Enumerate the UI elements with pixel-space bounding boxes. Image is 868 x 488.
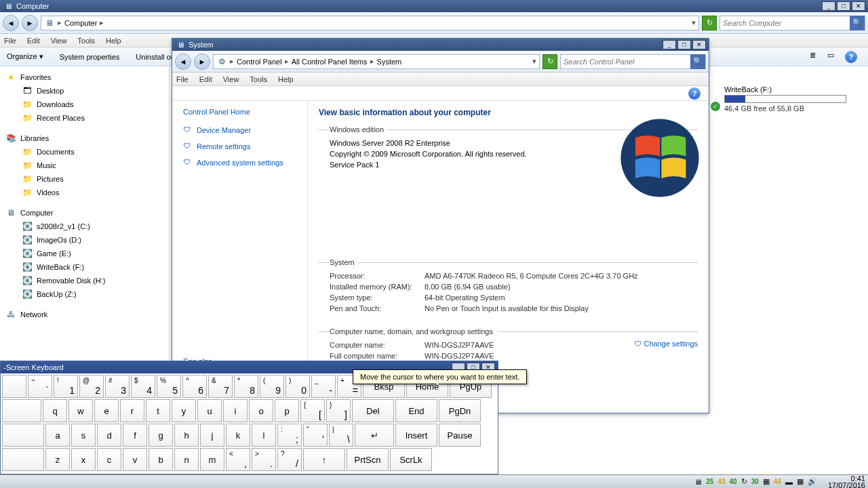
bc-all-items[interactable]: All Control Panel Items: [292, 58, 368, 66]
menu-tools[interactable]: Tools: [77, 37, 95, 45]
key-t[interactable]: t: [146, 399, 170, 422]
computer-head[interactable]: 🖥Computer: [0, 206, 169, 220]
key-9[interactable]: (9: [260, 375, 284, 398]
tray-icon[interactable]: ▦: [797, 477, 804, 486]
menu-edit[interactable]: Edit: [199, 75, 212, 83]
key-punct[interactable]: :;: [277, 424, 302, 447]
key-enter[interactable]: ↵: [355, 424, 394, 447]
sidebar-item-drive-h[interactable]: 💽Removable Disk (H:): [0, 274, 169, 287]
sidebar-item-drive-z[interactable]: 💽BackUp (Z:): [0, 287, 169, 301]
search-icon[interactable]: 🔍: [850, 16, 865, 30]
address-item[interactable]: Computer: [64, 19, 97, 27]
maximize-button[interactable]: □: [677, 40, 691, 49]
key-prtscn[interactable]: PrtScn: [347, 448, 389, 471]
sidebar-item-drive-c[interactable]: 💽s2008r2_v1 (C:): [0, 220, 169, 233]
sidebar-item-drive-f[interactable]: 💽WriteBack (F:): [0, 260, 169, 274]
tray-icon[interactable]: 🔊: [808, 477, 817, 486]
key-punct[interactable]: ?/: [277, 448, 302, 471]
organize-button[interactable]: Organize ▾: [7, 52, 43, 61]
back-button[interactable]: ◄: [175, 54, 191, 70]
sidebar-item-desktop[interactable]: 🗔Desktop: [0, 84, 169, 98]
sidebar-item-videos[interactable]: 📁Videos: [0, 186, 169, 199]
control-panel-home[interactable]: Control Panel Home: [183, 108, 307, 116]
key-scrlk[interactable]: ScrLk: [390, 448, 432, 471]
key-n[interactable]: n: [174, 448, 199, 471]
menu-file[interactable]: File: [176, 75, 189, 83]
sidebar-item-music[interactable]: 📁Music: [0, 159, 169, 172]
key-punct[interactable]: >.: [252, 448, 276, 471]
search-box[interactable]: 🔍: [719, 16, 865, 30]
chevron-right-icon[interactable]: ▸: [58, 18, 62, 27]
key-k[interactable]: k: [226, 424, 250, 447]
drive-panel[interactable]: WriteBack (F:) 46,4 GB free of 55,8 GB ✓: [711, 85, 868, 113]
tray-icon[interactable]: ▦: [763, 477, 770, 486]
key-4[interactable]: $4: [131, 375, 155, 398]
key-7[interactable]: &7: [208, 375, 233, 398]
bc-control-panel[interactable]: Control Panel: [237, 58, 282, 66]
key-x[interactable]: x: [71, 448, 96, 471]
address-bar[interactable]: ⚙ ▸ Control Panel ▸ All Control Panel It…: [213, 54, 540, 69]
key-z[interactable]: z: [45, 448, 70, 471]
menu-tools[interactable]: Tools: [250, 75, 267, 83]
key-o[interactable]: o: [249, 399, 273, 422]
search-input[interactable]: [720, 19, 850, 27]
favorites-head[interactable]: ★Favorites: [0, 70, 169, 84]
key-`[interactable]: ~`: [28, 375, 52, 398]
key-shift[interactable]: [2, 448, 44, 471]
key-tab[interactable]: [2, 399, 41, 422]
sidebar-item-documents[interactable]: 📁Documents: [0, 145, 169, 159]
key-esc[interactable]: [2, 375, 26, 398]
tray-icon[interactable]: ▬: [785, 478, 793, 486]
chevron-right-icon[interactable]: ▸: [100, 18, 104, 27]
view-icon[interactable]: ≣: [810, 51, 821, 62]
key-h[interactable]: h: [174, 424, 199, 447]
key-g[interactable]: g: [149, 424, 173, 447]
menu-help[interactable]: Help: [278, 75, 294, 83]
chevron-down-icon[interactable]: ▾: [692, 18, 696, 27]
minimize-button[interactable]: _: [822, 1, 835, 11]
key-v[interactable]: v: [123, 448, 147, 471]
key-j[interactable]: j: [200, 424, 224, 447]
sidebar-item-downloads[interactable]: 📁Downloads: [0, 98, 169, 111]
key-d[interactable]: d: [97, 424, 121, 447]
key-f[interactable]: f: [123, 424, 147, 447]
key-m[interactable]: m: [200, 448, 224, 471]
key-6[interactable]: ^6: [182, 375, 207, 398]
key-p[interactable]: p: [275, 399, 299, 422]
key-pgdn[interactable]: PgDn: [439, 399, 481, 422]
close-button[interactable]: ✕: [852, 1, 865, 11]
search-input[interactable]: [561, 58, 690, 66]
sidebar-item-drive-e[interactable]: 💽Game (E:): [0, 247, 169, 260]
key-insert[interactable]: Insert: [395, 424, 437, 447]
key-3[interactable]: #3: [105, 375, 130, 398]
menu-edit[interactable]: Edit: [27, 37, 40, 45]
search-box[interactable]: 🔍: [560, 54, 706, 69]
sysprops-button[interactable]: System properties: [60, 53, 120, 61]
preview-icon[interactable]: ▭: [827, 51, 838, 62]
key-punct[interactable]: "': [303, 424, 328, 447]
address-bar[interactable]: 🖥 ▸ Computer ▸ ▾: [41, 16, 699, 30]
remote-settings-link[interactable]: 🛡Remote settings: [183, 142, 307, 151]
key-8[interactable]: *8: [234, 375, 258, 398]
key-punct[interactable]: |\: [329, 424, 353, 447]
help-icon[interactable]: ?: [845, 51, 857, 63]
refresh-button[interactable]: ↻: [542, 54, 557, 69]
key-2[interactable]: @2: [79, 375, 104, 398]
tray-icon[interactable]: ↻: [741, 477, 747, 486]
key-r[interactable]: r: [120, 399, 144, 422]
key-e[interactable]: e: [94, 399, 119, 422]
advanced-settings-link[interactable]: 🛡Advanced system settings: [183, 158, 307, 167]
key-5[interactable]: %5: [157, 375, 181, 398]
search-icon[interactable]: 🔍: [690, 54, 705, 69]
key-i[interactable]: i: [223, 399, 248, 422]
key-c[interactable]: c: [97, 448, 121, 471]
bc-system[interactable]: System: [377, 58, 402, 66]
forward-button[interactable]: ►: [194, 54, 210, 70]
device-manager-link[interactable]: 🛡Device Manager: [183, 125, 307, 135]
key-y[interactable]: y: [172, 399, 196, 422]
key-del[interactable]: Del: [352, 399, 394, 422]
key-b[interactable]: b: [149, 448, 173, 471]
menu-view[interactable]: View: [51, 37, 67, 45]
key-a[interactable]: a: [45, 424, 70, 447]
tray-icon[interactable]: 🖥: [694, 478, 702, 486]
